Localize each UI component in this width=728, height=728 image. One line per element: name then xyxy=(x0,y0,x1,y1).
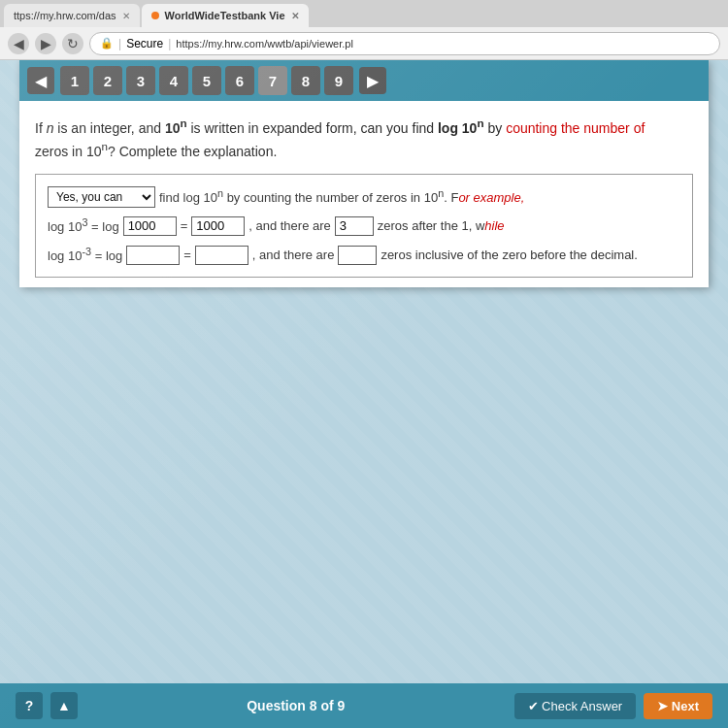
log-row-2-part1: log 10-3 = log xyxy=(48,243,122,268)
log-row-2-equals: = xyxy=(183,244,191,266)
address-bar-row: ◀ ▶ ↻ 🔒 | Secure | https://my.hrw.com/ww… xyxy=(0,27,728,60)
input-log10-3-value[interactable] xyxy=(191,216,245,236)
question-text: If n is an integer, and 10n is written i… xyxy=(35,115,693,162)
tab-bar: ttps://my.hrw.com/das ✕ WorldWideTestban… xyxy=(0,0,728,27)
tab-hrw[interactable]: ttps://my.hrw.com/das ✕ xyxy=(4,4,140,27)
log-row-1-equals: = xyxy=(181,215,188,237)
find-log-text: find log 10n by counting the number of z… xyxy=(159,184,524,210)
secure-label: Secure xyxy=(126,37,163,50)
flag-button[interactable]: ▲ xyxy=(50,692,78,719)
log-row-2-part4: zeros inclusive of the zero before the d… xyxy=(381,244,637,266)
nav-num-4[interactable]: 4 xyxy=(159,66,188,95)
log-row-1: log 103 = log = , and there are zeros af… xyxy=(48,214,680,239)
question-counter: Question 8 of 9 xyxy=(78,698,514,713)
log-row-1-part4: zeros after the 1, while xyxy=(378,215,505,237)
log-row-2: log 10-3 = log = , and there are zeros i… xyxy=(48,243,680,268)
help-button[interactable]: ? xyxy=(16,692,43,719)
nav-num-1[interactable]: 1 xyxy=(60,66,89,95)
log-row-2-and-there-are: , and there are xyxy=(252,244,335,266)
tab-hrw-label: ttps://my.hrw.com/das xyxy=(14,10,116,21)
content-card: ◀ 1 2 3 4 5 6 7 8 9 ▶ If n is an integer… xyxy=(19,60,709,287)
nav-num-9[interactable]: 9 xyxy=(324,66,353,95)
address-separator: | xyxy=(118,37,121,50)
nav-num-2[interactable]: 2 xyxy=(93,66,122,95)
input-log10-3-expanded[interactable] xyxy=(123,216,177,236)
address-separator2: | xyxy=(168,37,171,50)
question-body-2: zeros in 10n? Complete the explanation. xyxy=(35,144,277,159)
yes-no-dropdown[interactable]: Yes, you can No, you cannot xyxy=(48,186,155,208)
nav-num-6[interactable]: 6 xyxy=(225,66,254,95)
back-button[interactable]: ◀ xyxy=(8,33,29,54)
tab-wwtb[interactable]: WorldWideTestbank Vie ✕ xyxy=(142,4,309,27)
forward-button[interactable]: ▶ xyxy=(35,33,56,54)
next-button[interactable]: ➤ Next xyxy=(644,693,712,719)
url-text: https://my.hrw.com/wwtb/api/viewer.pl xyxy=(176,38,353,50)
nav-num-5[interactable]: 5 xyxy=(192,66,221,95)
orange-dot-icon xyxy=(151,12,159,19)
question-body: If n is an integer, and 10n is written i… xyxy=(35,120,645,136)
question-area: If n is an integer, and 10n is written i… xyxy=(19,101,709,287)
reload-button[interactable]: ↻ xyxy=(62,33,83,54)
tab-hrw-close[interactable]: ✕ xyxy=(122,11,130,21)
bottom-bar: ? ▲ Question 8 of 9 ✔ Check Answer ➤ Nex… xyxy=(0,683,728,728)
log-row-1-and-there-are: , and there are xyxy=(248,215,331,237)
nav-num-8[interactable]: 8 xyxy=(291,66,320,95)
answer-intro-row: Yes, you can No, you cannot find log 10n… xyxy=(48,184,680,210)
nav-right-arrow[interactable]: ▶ xyxy=(359,67,386,94)
address-field[interactable]: 🔒 | Secure | https://my.hrw.com/wwtb/api… xyxy=(89,32,720,55)
input-log10-neg3-expanded[interactable] xyxy=(126,246,180,265)
input-zeros-count-2[interactable] xyxy=(338,246,377,265)
log-row-1-part1: log 103 = log xyxy=(48,214,119,239)
tab-wwtb-label: WorldWideTestbank Vie xyxy=(165,10,285,21)
secure-icon: 🔒 xyxy=(100,37,114,50)
tab-wwtb-close[interactable]: ✕ xyxy=(291,11,299,21)
nav-num-7[interactable]: 7 xyxy=(258,66,287,95)
browser-chrome: ttps://my.hrw.com/das ✕ WorldWideTestban… xyxy=(0,0,728,60)
nav-left-arrow[interactable]: ◀ xyxy=(27,67,54,94)
nav-num-3[interactable]: 3 xyxy=(126,66,155,95)
answer-box: Yes, you can No, you cannot find log 10n… xyxy=(35,174,693,278)
nav-number-bar: ◀ 1 2 3 4 5 6 7 8 9 ▶ xyxy=(19,60,709,101)
input-zeros-count-1[interactable] xyxy=(335,216,374,236)
bottom-left-controls: ? ▲ xyxy=(16,692,78,719)
check-answer-button[interactable]: ✔ Check Answer xyxy=(514,693,637,719)
main-content: ◀ 1 2 3 4 5 6 7 8 9 ▶ If n is an integer… xyxy=(0,60,728,728)
input-log10-neg3-value[interactable] xyxy=(195,246,248,265)
